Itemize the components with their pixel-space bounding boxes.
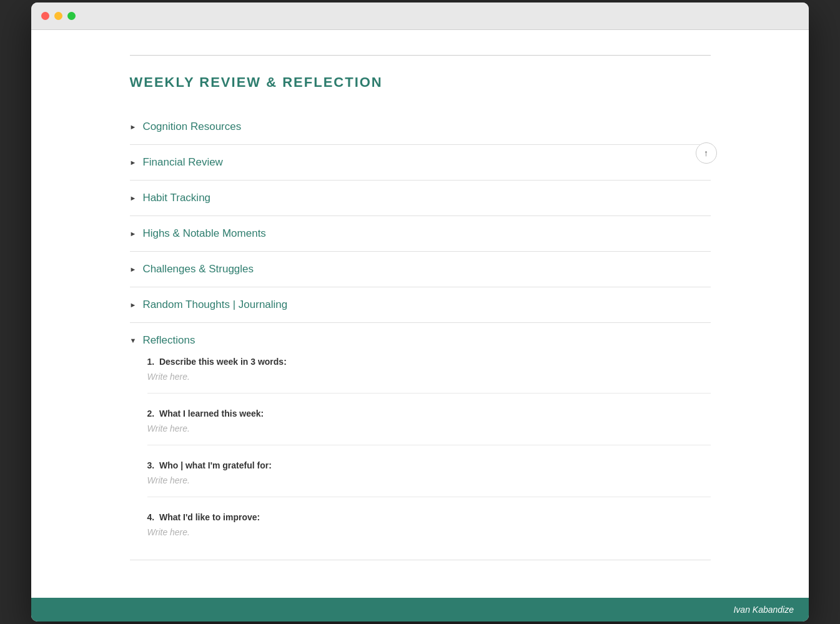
question-1-label: 1. Describe this week in 3 words: [147, 357, 711, 367]
reflection-question-3: 3. Who | what I'm grateful for: Write he… [147, 460, 711, 497]
section-label-highs-notable-moments: Highs & Notable Moments [142, 227, 265, 240]
scroll-up-icon: ↑ [704, 148, 708, 158]
arrow-cognition-resources-icon: ► [130, 123, 137, 131]
section-label-random-thoughts: Random Thoughts | Journaling [142, 299, 287, 311]
question-3-number: 3. [147, 460, 155, 470]
reflections-content: 1. Describe this week in 3 words: Write … [130, 347, 711, 548]
question-4-answer[interactable]: Write here. [147, 527, 711, 537]
section-label-cognition-resources: Cognition Resources [142, 121, 241, 133]
footer-author-name: Ivan Kabandize [733, 605, 794, 615]
content-area: WEEKLY REVIEW & REFLECTION ► Cognition R… [31, 30, 809, 598]
section-reflections[interactable]: ▼ Reflections 1. Describe this week in 3… [130, 323, 711, 560]
document: WEEKLY REVIEW & REFLECTION ► Cognition R… [105, 30, 736, 598]
reflection-question-4: 4. What I'd like to improve: Write here. [147, 512, 711, 548]
footer-bar: Ivan Kabandize [31, 598, 809, 622]
close-button[interactable] [41, 12, 49, 20]
arrow-reflections-icon: ▼ [130, 337, 137, 344]
question-1-answer[interactable]: Write here. [147, 372, 711, 382]
question-3-answer[interactable]: Write here. [147, 475, 711, 485]
titlebar [31, 2, 809, 30]
question-1-number: 1. [147, 357, 155, 367]
reflection-question-1: 1. Describe this week in 3 words: Write … [147, 357, 711, 394]
question-3-label: 3. Who | what I'm grateful for: [147, 460, 711, 470]
arrow-financial-review-icon: ► [130, 159, 137, 166]
app-window: WEEKLY REVIEW & REFLECTION ► Cognition R… [31, 2, 809, 622]
section-highs-notable-moments[interactable]: ► Highs & Notable Moments [130, 216, 711, 252]
question-2-label: 2. What I learned this week: [147, 409, 711, 418]
minimize-button[interactable] [54, 12, 62, 20]
top-divider [130, 55, 711, 56]
arrow-habit-tracking-icon: ► [130, 194, 137, 202]
scroll-up-button[interactable]: ↑ [696, 142, 717, 164]
section-label-habit-tracking: Habit Tracking [142, 192, 210, 204]
section-label-challenges-struggles: Challenges & Struggles [142, 263, 254, 275]
question-2-number: 2. [147, 409, 155, 418]
traffic-lights [41, 12, 76, 20]
question-4-label: 4. What I'd like to improve: [147, 512, 711, 522]
question-4-number: 4. [147, 512, 155, 522]
section-label-reflections: Reflections [142, 334, 195, 347]
arrow-challenges-struggles-icon: ► [130, 265, 137, 273]
reflection-question-2: 2. What I learned this week: Write here. [147, 409, 711, 445]
section-cognition-resources[interactable]: ► Cognition Resources [130, 109, 711, 145]
arrow-highs-notable-moments-icon: ► [130, 230, 137, 237]
section-random-thoughts[interactable]: ► Random Thoughts | Journaling [130, 287, 711, 323]
page-title: WEEKLY REVIEW & REFLECTION [130, 74, 711, 91]
maximize-button[interactable] [67, 12, 76, 20]
section-label-financial-review: Financial Review [142, 156, 223, 169]
section-financial-review[interactable]: ► Financial Review [130, 145, 711, 181]
section-habit-tracking[interactable]: ► Habit Tracking [130, 181, 711, 216]
section-challenges-struggles[interactable]: ► Challenges & Struggles [130, 252, 711, 287]
arrow-random-thoughts-icon: ► [130, 301, 137, 309]
question-2-answer[interactable]: Write here. [147, 423, 711, 433]
